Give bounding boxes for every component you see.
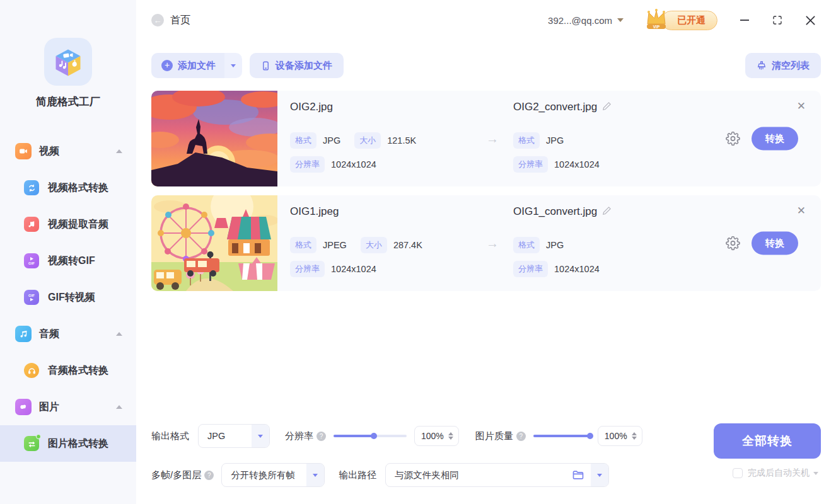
account-email: 392...@qq.com [548,15,612,26]
resolution-tag: 分辨率 [290,156,325,173]
slider-thumb[interactable] [587,433,593,439]
chevron-down-icon [231,64,236,67]
sidebar-item-video-format-convert[interactable]: 视频格式转换 [0,169,136,206]
multiframe-value: 分开转换所有帧 [222,469,306,481]
chevron-down-icon [597,474,602,477]
collapse-up-icon[interactable] [116,405,122,409]
sidebar-item-gif-to-video[interactable]: GIF GIF转视频 [0,279,136,316]
auto-shutdown-label: 完成后自动关机 [748,467,810,479]
clear-list-button[interactable]: 清空列表 [745,53,821,78]
close-button[interactable] [799,9,821,31]
file-thumbnail-funfair [151,195,277,291]
resolution-tag: 分辨率 [290,261,325,277]
help-icon[interactable]: ? [516,432,526,441]
output-format-value: JPG [546,135,564,146]
sidebar-item-label: GIF转视频 [48,291,95,304]
vip-badge[interactable]: VIP 已开通 [642,8,717,33]
spinner-arrows[interactable] [448,432,453,440]
app-name: 简鹿格式工厂 [36,94,100,109]
convert-button[interactable]: 转换 [752,232,798,255]
add-from-device-label: 设备添加文件 [276,60,332,72]
sidebar: 简鹿格式工厂 视频 视频格式转换 视频提取音频 [0,0,136,504]
convert-all-button[interactable]: 全部转换 [714,423,821,459]
sidebar-item-label: 视频格式转换 [48,181,108,195]
resolution-value: 1024x1024 [331,159,376,169]
file-row: OIG1.jpeg 格式 JPEG 大小 287.4K 分辨率 1024x102… [151,195,821,291]
help-icon[interactable]: ? [316,432,326,441]
resolution-spinner[interactable]: 100% [414,426,459,446]
collapse-up-icon[interactable] [116,149,122,153]
size-tag: 大小 [361,237,387,253]
resolution-value: 1024x1024 [331,264,376,274]
output-resolution-value: 1024x1024 [554,159,600,169]
folder-icon[interactable] [572,469,591,481]
add-file-button[interactable]: + 添加文件 [151,53,224,78]
gif-to-video-icon: GIF [24,290,39,305]
convert-button[interactable]: 转换 [752,127,798,151]
remove-file-icon[interactable]: ✕ [797,101,806,112]
video-convert-icon [24,180,39,195]
slider-thumb[interactable] [371,433,377,439]
sidebar-nav: 视频 视频格式转换 视频提取音频 GIF 视频转GIF [0,133,136,462]
resolution-slider[interactable] [334,435,407,437]
path-dropdown[interactable] [591,463,608,487]
source-file-name: OIG1.jpeg [290,205,474,218]
settings-panel: 输出格式 JPG 分辨率 ? 100% 图片质量 [136,423,836,504]
sidebar-item-video-extract-audio[interactable]: 视频提取音频 [0,206,136,243]
sidebar-item-label: 图片 [39,401,59,414]
account-menu[interactable]: 392...@qq.com [548,15,624,26]
file-thumbnail-sunset [151,91,277,186]
sidebar-item-audio-format-convert[interactable]: 音频格式转换 [0,352,136,389]
sidebar-item-label: 视频提取音频 [48,218,108,231]
sidebar-item-label: 视频 [39,145,59,158]
output-path-field[interactable]: 与源文件夹相同 [385,463,609,487]
output-format-value: JPG [199,431,252,441]
output-format-select[interactable]: JPG [198,424,270,448]
sidebar-item-audio-group[interactable]: 音频 [0,316,136,352]
source-file-name: OIG2.jpg [290,101,474,113]
collapse-up-icon[interactable] [116,332,122,336]
image-icon [15,399,32,415]
convert-arrow-icon: → [474,195,511,291]
auto-shutdown-checkbox[interactable] [733,468,743,478]
sidebar-item-video-to-gif[interactable]: GIF 视频转GIF [0,243,136,279]
svg-text:GIF: GIF [28,294,35,297]
remove-file-icon[interactable]: ✕ [797,205,806,216]
phone-icon [261,60,270,71]
quality-label: 图片质量 [475,430,513,442]
page-title: 首页 [170,14,190,27]
chevron-down-icon[interactable] [813,472,818,475]
help-icon[interactable]: ? [204,471,214,480]
quality-spinner[interactable]: 100% [598,426,642,446]
back-button[interactable]: ← [151,14,164,26]
format-tag: 格式 [290,132,316,149]
format-value: JPG [323,135,340,146]
sidebar-item-image-format-convert[interactable]: 图片格式转换 [0,425,136,462]
video-icon [15,143,32,159]
clear-list-label: 清空列表 [772,60,810,72]
maximize-button[interactable] [767,9,788,31]
app-window: 简鹿格式工厂 视频 视频格式转换 视频提取音频 [0,0,836,504]
resolution-tag: 分辨率 [513,261,548,277]
window-controls [734,9,821,31]
minimize-button[interactable] [734,9,755,31]
edit-pencil-icon[interactable] [602,206,612,218]
gear-icon[interactable] [726,132,740,146]
app-logo [44,38,92,86]
edit-pencil-icon[interactable] [602,101,612,113]
add-file-dropdown[interactable] [224,53,242,78]
quality-slider[interactable] [533,435,590,437]
svg-text:VIP: VIP [653,25,660,29]
source-file-info: OIG2.jpg 格式 JPG 大小 121.5K 分辨率 1024x1024 [277,91,474,186]
output-resolution-value: 1024x1024 [554,264,600,274]
chevron-down-icon [258,435,263,438]
sidebar-item-video-group[interactable]: 视频 [0,133,136,169]
gear-icon[interactable] [726,236,740,251]
multiframe-select[interactable]: 分开转换所有帧 [221,463,325,487]
add-from-device-button[interactable]: 设备添加文件 [250,53,344,78]
output-file-name: OIG2_convert.jpg [513,101,597,113]
sidebar-item-image-group[interactable]: 图片 [0,389,136,425]
spinner-arrows[interactable] [632,432,637,440]
sidebar-item-label: 视频转GIF [48,255,95,268]
add-file-label: 添加文件 [178,60,216,72]
